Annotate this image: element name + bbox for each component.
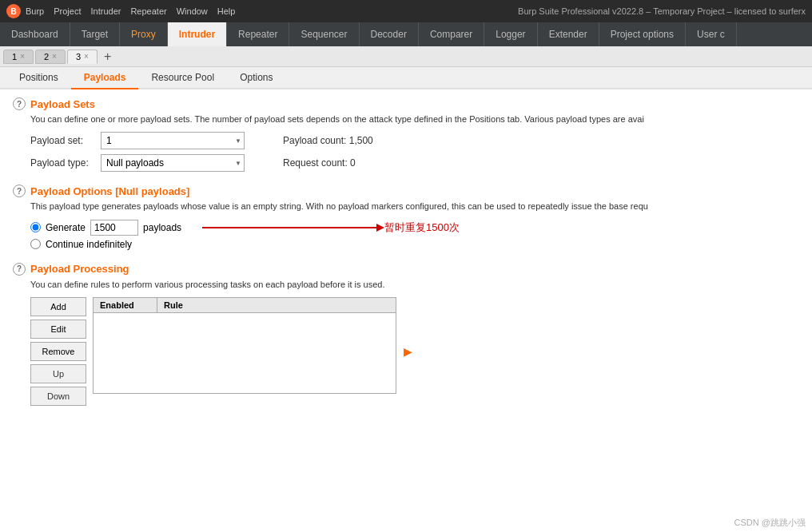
app-title: Burp Suite Professional v2022.8 – Tempor… [518,6,806,16]
arrow-wrapper [202,227,378,228]
add-tab-button[interactable]: + [99,50,116,64]
nav-repeater[interactable]: Repeater [227,22,289,46]
nav-project-options[interactable]: Project options [599,22,686,46]
payload-processing-header: ? Payload Processing [13,263,799,276]
payload-set-label: Payload set: [30,135,94,146]
arrow-head [376,224,384,232]
payload-set-row: Payload set: 1 Payload count: 1,500 [30,132,799,149]
nav-logger[interactable]: Logger [484,22,537,46]
payload-sets-description: You can define one or more payload sets.… [30,113,799,125]
instance-tab-3[interactable]: 3 × [67,50,98,64]
nav-sequencer[interactable]: Sequencer [289,22,359,46]
instance-tabs: 1 × 2 × 3 × + [0,46,812,67]
menu-window[interactable]: Window [177,6,208,16]
payload-options-help-icon[interactable]: ? [13,185,26,197]
payload-type-select-wrapper: Null payloads [101,154,245,172]
payload-set-select-wrapper: 1 [101,132,245,149]
burp-logo: B [6,4,21,18]
tab-options[interactable]: Options [227,67,285,89]
payload-options-description: This payload type generates payloads who… [30,200,799,212]
content-area: ? Payload Sets You can define one or mor… [0,89,812,532]
nav-decoder[interactable]: Decoder [360,22,419,46]
down-button[interactable]: Down [30,387,86,406]
menu-help[interactable]: Help [217,6,236,16]
processing-table-area: Add Edit Remove Up Down Enabled Rule ▶ [30,297,799,406]
menu-burp[interactable]: Burp [26,6,44,16]
expand-arrow-icon[interactable]: ▶ [404,345,412,358]
menu-repeater[interactable]: Repeater [130,6,166,16]
payload-processing-section: ? Payload Processing You can define rule… [13,263,799,406]
generate-radio[interactable] [30,222,41,232]
close-tab-1[interactable]: × [20,52,25,61]
payload-sets-header: ? Payload Sets [13,97,799,110]
table-body [94,313,396,393]
tab-resource-pool[interactable]: Resource Pool [138,67,227,89]
payload-processing-title: Payload Processing [30,263,129,275]
payload-processing-description: You can define rules to perform various … [30,279,799,291]
table-container: Enabled Rule ▶ [93,297,396,406]
generate-label: Generate [46,222,86,233]
processing-table: Enabled Rule [93,297,396,394]
close-tab-3[interactable]: × [84,52,89,61]
payload-count-text: Payload count: 1,500 [283,135,373,146]
col-enabled: Enabled [94,298,157,312]
payload-sets-title: Payload Sets [30,98,95,110]
nav-user[interactable]: User c [686,22,737,46]
menu-project[interactable]: Project [54,6,81,16]
nav-comparer[interactable]: Comparer [419,22,484,46]
payload-sets-section: ? Payload Sets You can define one or mor… [13,97,799,172]
annotation-container: 暂时重复1500次 [202,220,460,235]
nav-extender[interactable]: Extender [538,22,599,46]
payload-type-select[interactable]: Null payloads [101,154,245,172]
continue-row: Continue indefinitely [30,239,799,250]
nav-intruder[interactable]: Intruder [168,22,227,46]
continue-label: Continue indefinitely [46,239,132,250]
payload-options-header: ? Payload Options [Null payloads] [13,185,799,197]
instance-tab-2[interactable]: 2 × [35,50,66,64]
arrow-body [202,227,378,228]
payload-type-label: Payload type: [30,157,94,169]
nav-target[interactable]: Target [70,22,120,46]
table-header: Enabled Rule [94,298,396,313]
main-nav: Dashboard Target Proxy Intruder Repeater… [0,22,812,46]
tab-positions[interactable]: Positions [6,67,71,89]
instance-tab-1[interactable]: 1 × [3,50,34,64]
payload-set-select[interactable]: 1 [101,132,245,149]
payload-sets-help-icon[interactable]: ? [13,97,26,110]
continue-radio[interactable] [30,239,41,249]
generate-count-input[interactable] [90,220,138,236]
watermark: CSDN @跳跳小强 [734,517,806,529]
nav-dashboard[interactable]: Dashboard [0,22,70,46]
nav-proxy[interactable]: Proxy [120,22,168,46]
col-rule: Rule [157,298,396,312]
request-count-text: Request count: 0 [283,157,356,169]
menu-intruder[interactable]: Intruder [91,6,121,16]
intruder-nav: Positions Payloads Resource Pool Options [0,67,812,89]
payload-processing-help-icon[interactable]: ? [13,263,26,276]
title-bar: B Burp Project Intruder Repeater Window … [0,0,812,22]
menu-bar[interactable]: Burp Project Intruder Repeater Window He… [26,6,235,16]
annotation-text: 暂时重复1500次 [384,220,460,235]
up-button[interactable]: Up [30,364,86,383]
processing-buttons: Add Edit Remove Up Down [30,297,86,406]
payload-options-title: Payload Options [Null payloads] [30,185,189,197]
edit-button[interactable]: Edit [30,320,86,339]
close-tab-2[interactable]: × [52,52,57,61]
remove-button[interactable]: Remove [30,342,86,361]
payloads-label: payloads [143,222,181,233]
payload-options-section: ? Payload Options [Null payloads] This p… [13,185,799,249]
payload-type-row: Payload type: Null payloads Request coun… [30,154,799,172]
add-button[interactable]: Add [30,297,86,316]
tab-payloads[interactable]: Payloads [71,67,139,89]
generate-row: Generate payloads 暂时重复1500次 [30,220,799,236]
